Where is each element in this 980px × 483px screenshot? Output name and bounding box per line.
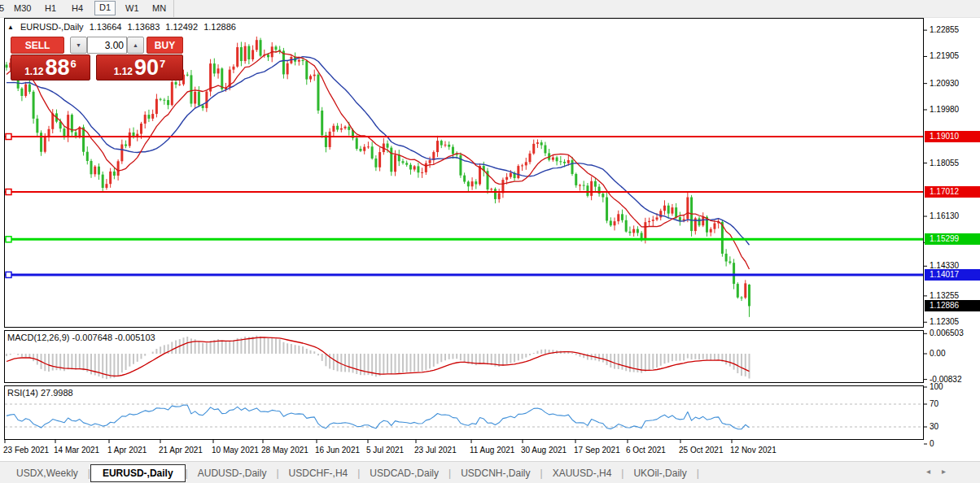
chart-tab-xauusd[interactable]: XAUUSD-,H4 — [543, 465, 622, 481]
chevron-up-icon: ▲ — [133, 42, 138, 48]
date-axis-label: 17 Sep 2021 — [574, 446, 620, 455]
price-axis-tick: 1.18055 — [930, 159, 978, 168]
chart-tab-eurusd[interactable]: EURUSD-,Daily — [90, 464, 186, 482]
rsi-scale-label: 30 — [930, 422, 978, 432]
volume-decrease-button[interactable]: ▼ — [70, 37, 87, 54]
price-line-tag: 1.14017 — [925, 269, 980, 281]
date-axis-label: 10 May 2021 — [212, 446, 259, 455]
rsi-label: RSI(14) 27.9988 — [7, 388, 73, 398]
macd-label: MACD(12,26,9) -0.007648 -0.005103 — [7, 333, 155, 342]
ohlc-low: 1.12492 — [165, 22, 198, 32]
rsi-scale-label: 100 — [930, 382, 978, 392]
price-axis-tick: 1.16130 — [930, 211, 978, 221]
date-axis-label: 5 Jul 2021 — [366, 446, 404, 455]
bid-prefix: 1.12 — [24, 66, 43, 77]
collapse-triangle-icon[interactable]: ▲ — [7, 24, 14, 31]
date-axis-label: 12 Nov 2021 — [730, 446, 777, 455]
rsi-scale-label: 0 — [930, 439, 978, 449]
ask-prefix: 1.12 — [114, 66, 133, 77]
ask-price-box[interactable]: 1.12 90 7 — [96, 54, 183, 80]
chart-tab-usdchf[interactable]: USDCHF-,H4 — [279, 465, 358, 481]
price-axis-tick: 1.13255 — [930, 291, 978, 301]
price-axis-tick: 1.21905 — [930, 51, 978, 61]
chart-header: ▲ EURUSD-,Daily 1.13664 1.13683 1.12492 … — [7, 22, 239, 32]
macd-scale-label: 0.00 — [930, 349, 978, 359]
tab-scroll-right-icon[interactable]: ▸ — [942, 467, 957, 476]
ohlc-high: 1.13683 — [128, 22, 160, 32]
date-axis-label: 23 Feb 2021 — [3, 446, 49, 455]
date-axis-label: 30 Aug 2021 — [521, 446, 567, 455]
price-axis-tick: 1.22855 — [930, 25, 978, 35]
date-axis-label: 21 Apr 2021 — [159, 446, 203, 455]
chart-tab-ukoil[interactable]: UKOil-,Daily — [623, 465, 696, 481]
ask-pip-digit: 7 — [160, 58, 165, 70]
price-axis-tick: 1.12305 — [930, 317, 978, 327]
chevron-down-icon: ▼ — [76, 42, 81, 48]
volume-input[interactable] — [87, 37, 127, 54]
current-price-tag: 1.12886 — [925, 300, 980, 311]
ask-big-digits: 90 — [134, 55, 159, 80]
bid-price-box[interactable]: 1.12 88 6 — [11, 54, 90, 80]
volume-increase-button[interactable]: ▲ — [127, 37, 144, 54]
symbol-title: EURUSD-,Daily — [20, 22, 84, 32]
price-line-tag: 1.15299 — [925, 233, 980, 245]
chart-tab-usdx[interactable]: USDX,Weekly — [7, 465, 88, 481]
macd-scale-label: 0.006503 — [930, 329, 978, 338]
price-line-tag: 1.17012 — [925, 186, 980, 198]
date-axis-label: 1 Apr 2021 — [107, 446, 147, 455]
date-axis-label: 16 Jun 2021 — [315, 446, 360, 455]
ohlc-close: 1.12886 — [203, 22, 236, 32]
rsi-scale-label: 70 — [930, 399, 978, 409]
chart-tab-usdcad[interactable]: USDCAD-,Daily — [360, 465, 448, 481]
bid-big-digits: 88 — [46, 55, 70, 80]
date-axis-label: 11 Aug 2021 — [470, 446, 514, 455]
price-axis-tick: 1.19980 — [930, 105, 978, 115]
price-line-tag: 1.19010 — [925, 131, 980, 142]
ohlc-open: 1.13664 — [90, 22, 122, 32]
tab-scroll-left-icon[interactable]: ◂ — [926, 467, 942, 476]
date-axis-label: 25 Oct 2021 — [679, 446, 723, 455]
tab-separator: | — [697, 468, 699, 479]
bid-pip-digit: 6 — [71, 58, 77, 70]
date-axis-label: 23 Jul 2021 — [414, 446, 457, 455]
chart-tab-bar: USDX,Weekly|EURUSD-,Daily|AUDUSD-,Daily|… — [0, 461, 980, 483]
chart-tab-audusd[interactable]: AUDUSD-,Daily — [188, 465, 277, 481]
chart-tab-usdcnh[interactable]: USDCNH-,Daily — [451, 465, 540, 481]
price-axis-tick: 1.20930 — [930, 79, 978, 89]
sell-button[interactable]: SELL — [11, 37, 64, 54]
buy-button[interactable]: BUY — [147, 37, 183, 54]
date-axis-label: 6 Oct 2021 — [626, 446, 666, 455]
date-axis-label: 14 Mar 2021 — [54, 446, 99, 455]
date-axis-label: 28 May 2021 — [261, 446, 308, 455]
